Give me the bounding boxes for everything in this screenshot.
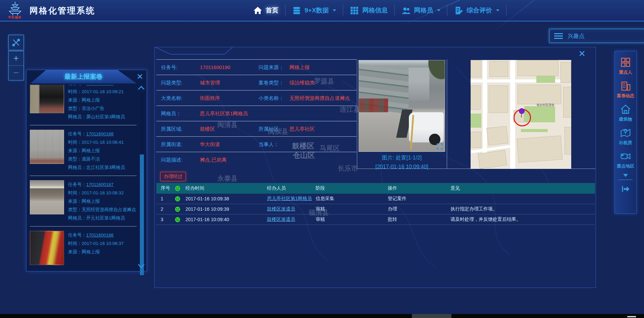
scrollbar-thumb[interactable] [140, 154, 144, 275]
photo-tree [426, 60, 445, 82]
form-label: 所属街道: [161, 137, 182, 152]
table-row: 1 2017-01-16 10:09:38 思儿亭社区第1网格员 信息采集 登记… [156, 194, 595, 204]
fullscreen-icon[interactable] [436, 143, 443, 150]
sidebar-item-buildings[interactable]: 建筑物 [619, 104, 632, 122]
person-link[interactable]: 鼓楼区派遣员 [267, 206, 295, 211]
case-list: 任务号：17011600189 时间：2017-01-16 10:09:21 来… [30, 85, 137, 270]
task-number-link[interactable]: 17011600188 [86, 131, 114, 136]
form-row: 所属区域: 鼓楼区 所属社区： 思儿亭社区 [156, 121, 357, 136]
map-building [563, 87, 571, 118]
sidebar-item-case-activity[interactable]: 案卷动态 [617, 80, 634, 99]
map-building [517, 135, 563, 163]
tools-icon [12, 38, 20, 47]
form-label: 网格员： [161, 106, 181, 121]
nav-item-grid-info[interactable]: 网格信息 [343, 5, 395, 16]
task-number-link[interactable]: 17011600189 [86, 85, 114, 86]
zoom-out-button[interactable]: − [9, 65, 23, 80]
col-header-opinion: 意见 [450, 185, 595, 191]
col-header-stage: 阶段 [316, 185, 388, 191]
person-link[interactable]: 鼓楼区派遣员 [267, 216, 295, 222]
cell-time: 2017-01-16 10:09:39 [185, 206, 267, 212]
case-thumbnail[interactable] [30, 130, 64, 164]
cell-status [175, 206, 185, 212]
map-tools-button[interactable] [8, 35, 24, 50]
table-header: 序号 经办时间 经办人员 阶段 操作 意见 [156, 183, 595, 194]
col-header-person: 经办人员 [267, 185, 316, 191]
sidebar-item-rentals[interactable]: 出租房 [619, 127, 632, 146]
case-thumbnail[interactable] [30, 231, 64, 265]
field-value: 非法小广告 [82, 106, 105, 111]
location-minimap[interactable]: 省农科院宿舍 [471, 60, 571, 169]
nav-item-evaluation[interactable]: 综合评价 [447, 5, 506, 16]
panel-title: 最新上报案卷 [31, 70, 137, 83]
field-value: 屏山社区第3网格员 [86, 114, 125, 119]
nav-label: 网格员 [414, 6, 433, 15]
nav-label: 网格信息 [362, 6, 388, 15]
field-value: 网格上报 [82, 199, 100, 204]
cell-action: 办理 [388, 206, 450, 212]
table-row: 3 2017-01-16 10:09:40 鼓楼区派遣员 审核 批转 请及时处理… [156, 214, 595, 225]
field-label: 来源： [68, 148, 82, 153]
report-edit-icon [454, 6, 463, 15]
field-value: 2017-01-16 10:08:32 [82, 190, 124, 195]
sidebar-item-key-persons[interactable]: 重点人 [619, 57, 632, 75]
sidebar-item-label: 重点人 [619, 69, 632, 75]
nav-item-grid-member[interactable]: 网格员 [395, 5, 447, 16]
case-photo[interactable] [359, 60, 445, 152]
cell-time: 2017-01-16 10:09:38 [185, 196, 267, 201]
logo-subtext: 平安福州 [8, 15, 21, 20]
map-watermark: 永泰县 [217, 174, 237, 183]
chevron-down-icon [496, 9, 499, 11]
map-building [471, 85, 481, 110]
field-value: 2017-01-16 10:08:41 [82, 140, 124, 145]
zoom-in-button[interactable]: + [9, 51, 23, 65]
field-value: 开元社区第1网格员 [86, 215, 125, 220]
field-value: 2017-01-16 10:09:21 [82, 89, 124, 94]
task-number-link[interactable]: 17011600187 [86, 182, 114, 187]
cell-time: 2017-01-16 10:09:40 [185, 217, 267, 222]
form-row: 所属街道: 华大街道 当事人： [156, 136, 357, 152]
map-road [471, 79, 571, 82]
cell-action: 批转 [388, 216, 450, 222]
process-history-button[interactable]: 办理经过 [160, 172, 186, 181]
collapse-arrow-icon[interactable] [621, 184, 631, 194]
map-building [478, 150, 507, 169]
task-number-link[interactable]: 17011600186 [86, 233, 114, 238]
list-item: 任务号：17011600188 时间：2017-01-16 10:08:41 来… [30, 125, 137, 176]
case-info: 任务号：17011600186 时间：2017-01-16 10:06:37 来… [68, 231, 124, 265]
cell-action: 登记案件 [388, 196, 450, 202]
form-value: 无照经营游商擅自占道摊点 [289, 90, 350, 106]
field-label: 任务号： [68, 131, 86, 136]
form-label: 所属区域: [161, 121, 182, 136]
cell-opinion: 执行指定办理工作项。 [450, 206, 595, 212]
field-label: 任务号： [68, 182, 86, 187]
more-down-icon[interactable] [623, 174, 628, 177]
form-label: 问题描述: [161, 152, 182, 167]
field-label: 时间： [68, 140, 82, 145]
divider [619, 180, 633, 180]
poi-button[interactable]: 兴趣点 [549, 29, 644, 43]
home-icon [253, 6, 262, 15]
form-label: 大类名称: [161, 90, 182, 106]
list-item: 任务号：17011600186 时间：2017-01-16 10:06:37 来… [30, 227, 137, 269]
case-thumbnail[interactable] [30, 85, 64, 113]
case-thumbnail[interactable] [30, 180, 64, 214]
close-icon[interactable]: ✕ [137, 71, 143, 82]
sidebar-item-label: 案卷动态 [617, 93, 634, 99]
scroll-up-icon[interactable] [138, 86, 145, 92]
sidebar-item-key-areas[interactable]: 重点地区 [617, 150, 634, 169]
close-icon[interactable]: ✕ [578, 49, 586, 59]
divider [447, 59, 447, 169]
nav-item-9x-data[interactable]: 9+X数据 [285, 5, 343, 16]
nav-item-home[interactable]: 首页 [247, 5, 285, 16]
table-row: 2 2017-01-16 10:09:39 鼓楼区派遣员 审核 办理 执行指定办… [156, 204, 595, 214]
photo-storefronts [359, 99, 388, 112]
photo-caption-line2: [2017-01-16 10:09:40] [354, 162, 450, 171]
person-link[interactable]: 思儿亭社区第1网格员 [267, 196, 312, 201]
map-pin-icon[interactable] [519, 108, 525, 114]
form-row: 问题描述: 摊点,已劝离 [156, 152, 357, 167]
form-value: 网格上报 [289, 60, 310, 75]
cell-no: 1 [156, 196, 175, 201]
form-value: 城市管理 [200, 75, 220, 90]
chevron-down-icon [333, 9, 336, 11]
